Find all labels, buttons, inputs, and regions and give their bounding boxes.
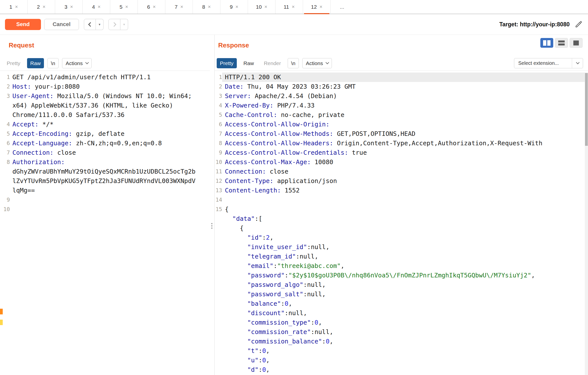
editor-line[interactable]: 4Accept: */* <box>0 120 210 129</box>
repeater-tab-10[interactable]: 10× <box>248 0 276 14</box>
response-editor[interactable]: 1HTTP/1.1 200 OK2Date: Thu, 04 May 2023 … <box>215 73 585 375</box>
close-icon[interactable]: × <box>98 4 101 10</box>
repeater-tab-3[interactable]: 3× <box>55 0 83 14</box>
editor-line[interactable]: 5Accept-Encoding: gzip, deflate <box>0 129 210 139</box>
repeater-tab-2[interactable]: 2× <box>28 0 55 14</box>
tab-actions[interactable]: Actions <box>302 58 332 68</box>
close-icon[interactable]: × <box>236 4 239 10</box>
repeater-tab-6[interactable]: 6× <box>138 0 165 14</box>
editor-line[interactable]: 10Access-Control-Max-Age: 10080 <box>215 157 585 167</box>
editor-line[interactable]: "data":[ <box>215 214 585 224</box>
repeater-tab-12[interactable]: 12× <box>303 0 331 14</box>
tab-label: 12 <box>311 4 317 10</box>
close-icon[interactable]: × <box>15 4 18 10</box>
tab-n[interactable]: \n <box>47 58 59 68</box>
editor-line[interactable]: "password":"$2y$10$goU3P0B\/nhq86nVoa5\/… <box>215 271 585 280</box>
response-scrollbar[interactable] <box>585 73 588 375</box>
repeater-tab-7[interactable]: 7× <box>165 0 193 14</box>
tab-overflow[interactable]: ... <box>331 0 353 14</box>
tab-raw[interactable]: Raw <box>240 58 257 68</box>
editor-line[interactable]: "password_salt":null, <box>215 290 585 299</box>
editor-line[interactable]: "commission_rate":null, <box>215 327 585 337</box>
editor-line[interactable]: 5Cache-Control: no-cache, private <box>215 110 585 120</box>
close-icon[interactable]: × <box>70 4 73 10</box>
tab-n[interactable]: \n <box>288 58 299 68</box>
editor-line[interactable]: "email":"threeki@abc.com", <box>215 261 585 271</box>
editor-line[interactable]: 1HTTP/1.1 200 OK <box>215 73 585 82</box>
editor-line[interactable]: "balance":0, <box>215 299 585 308</box>
panel-divider[interactable] <box>210 35 214 375</box>
close-icon[interactable]: × <box>180 4 183 10</box>
editor-line[interactable]: 12Content-Type: application/json <box>215 176 585 186</box>
editor-line[interactable]: 7Access-Control-Allow-Methods: GET,POST,… <box>215 129 585 139</box>
editor-line[interactable]: "t":0, <box>215 346 585 356</box>
pencil-icon[interactable] <box>575 20 583 28</box>
editor-line[interactable]: 3User-Agent: Mozilla/5.0 (Windows NT 10.… <box>0 91 210 120</box>
repeater-tab-4[interactable]: 4× <box>83 0 110 14</box>
editor-line[interactable]: 7Connection: close <box>0 148 210 157</box>
editor-line[interactable]: "discount":null, <box>215 308 585 318</box>
line-text: Access-Control-Allow-Origin: <box>222 120 585 129</box>
close-icon[interactable]: × <box>264 4 267 10</box>
editor-line[interactable]: 10 <box>0 205 210 214</box>
editor-line[interactable]: 6Access-Control-Allow-Origin: <box>215 120 585 129</box>
editor-line[interactable]: 9 <box>0 195 210 205</box>
line-text: { <box>222 224 585 233</box>
editor-line[interactable]: 11Connection: close <box>215 167 585 176</box>
request-editor[interactable]: 1GET /api/v1/admin/user/fetch HTTP/1.12H… <box>0 73 210 375</box>
close-icon[interactable]: × <box>125 4 128 10</box>
editor-line[interactable]: "commission_type":0, <box>215 318 585 327</box>
editor-line[interactable]: 2Date: Thu, 04 May 2023 03:26:23 GMT <box>215 82 585 91</box>
header-separator <box>215 71 588 71</box>
columns-layout-button[interactable] <box>540 38 553 48</box>
editor-line[interactable]: 2Host: your-ip:8080 <box>0 82 210 91</box>
editor-line[interactable]: "id":2, <box>215 233 585 242</box>
tab-label: 4 <box>92 4 95 10</box>
editor-line[interactable]: "commission_balance":0, <box>215 337 585 346</box>
repeater-tab-1[interactable]: 1× <box>0 0 28 14</box>
repeater-tab-9[interactable]: 9× <box>220 0 248 14</box>
editor-line[interactable]: 1GET /api/v1/admin/user/fetch HTTP/1.1 <box>0 73 210 82</box>
editor-line[interactable]: 15{ <box>215 205 585 214</box>
editor-line[interactable]: "invite_user_id":null, <box>215 242 585 252</box>
close-icon[interactable]: × <box>43 4 46 10</box>
single-layout-button[interactable] <box>570 38 583 48</box>
chevron-right-icon <box>112 22 116 27</box>
tab-pretty[interactable]: Pretty <box>3 58 24 68</box>
close-icon[interactable]: × <box>292 4 295 10</box>
select-extension-dropdown[interactable]: Select extension... <box>514 58 583 68</box>
tab-pretty[interactable]: Pretty <box>217 58 237 68</box>
cancel-button[interactable]: Cancel <box>44 19 79 30</box>
close-icon[interactable]: × <box>153 4 156 10</box>
editor-line[interactable]: 8Authorization: dGhyZWVraUBhYmMuY29tOiQy… <box>0 157 210 195</box>
close-icon[interactable]: × <box>208 4 211 10</box>
editor-line[interactable]: 14 <box>215 195 585 205</box>
editor-line[interactable]: 3Server: Apache/2.4.54 (Debian) <box>215 91 585 101</box>
editor-line[interactable]: 4X-Powered-By: PHP/7.4.33 <box>215 101 585 110</box>
panel-resize-grip[interactable] <box>211 222 212 230</box>
repeater-tab-8[interactable]: 8× <box>193 0 220 14</box>
forward-dropdown[interactable]: ▾ <box>120 19 128 30</box>
rows-layout-button[interactable] <box>555 38 568 48</box>
editor-line[interactable]: "d":0, <box>215 365 585 375</box>
editor-line[interactable]: 9Access-Control-Allow-Credentials: true <box>215 148 585 157</box>
editor-line[interactable]: 13Content-Length: 1552 <box>215 186 585 195</box>
tab-render[interactable]: Render <box>261 58 284 68</box>
tab-raw[interactable]: Raw <box>27 58 44 68</box>
editor-line[interactable]: "password_algo":null, <box>215 280 585 290</box>
editor-line[interactable]: "telegram_id":null, <box>215 252 585 261</box>
scrollbar-thumb[interactable] <box>585 73 588 146</box>
editor-line[interactable]: 8Access-Control-Allow-Headers: Origin,Co… <box>215 139 585 148</box>
send-button[interactable]: Send <box>5 19 41 30</box>
forward-button[interactable] <box>108 19 120 30</box>
back-dropdown[interactable]: ▾ <box>96 19 104 30</box>
repeater-tab-5[interactable]: 5× <box>110 0 138 14</box>
tab-actions[interactable]: Actions <box>62 58 92 68</box>
repeater-tab-bar: 1×2×3×4×5×6×7×8×9×10×11×12×... <box>0 0 588 14</box>
repeater-tab-11[interactable]: 11× <box>276 0 303 14</box>
editor-line[interactable]: 6Accept-Language: zh-CN,zh;q=0.9,en;q=0.… <box>0 139 210 148</box>
editor-line[interactable]: "u":0, <box>215 356 585 365</box>
close-icon[interactable]: × <box>319 4 322 10</box>
editor-line[interactable]: { <box>215 224 585 233</box>
back-button[interactable] <box>84 19 96 30</box>
